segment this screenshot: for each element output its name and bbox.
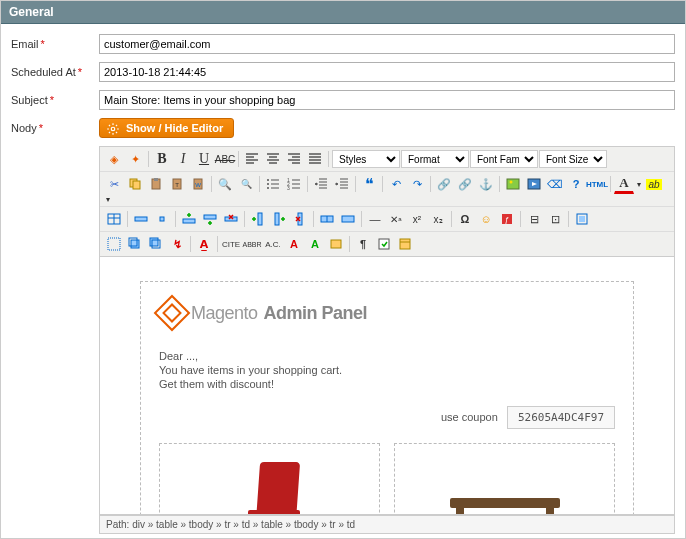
svg-rect-36 bbox=[150, 238, 158, 246]
row-scheduled: Scheduled At* bbox=[11, 62, 675, 82]
emoticon-button[interactable]: ☺ bbox=[476, 209, 496, 229]
cite-button[interactable]: CITE bbox=[221, 234, 241, 254]
align-center-button[interactable] bbox=[263, 149, 283, 169]
html-button[interactable]: HTML bbox=[587, 174, 607, 194]
outdent-button[interactable] bbox=[311, 174, 331, 194]
delete-row-button[interactable] bbox=[221, 209, 241, 229]
help-button[interactable]: ? bbox=[566, 174, 586, 194]
text-color-dropdown[interactable]: ▾ bbox=[635, 180, 643, 189]
abbr-button[interactable]: ABBR bbox=[242, 234, 262, 254]
superscript-button[interactable]: x² bbox=[407, 209, 427, 229]
products-row bbox=[159, 443, 615, 515]
layer-backward-button[interactable] bbox=[146, 234, 166, 254]
del-button[interactable]: A bbox=[284, 234, 304, 254]
paste-button[interactable] bbox=[146, 174, 166, 194]
link-button[interactable]: 🔗 bbox=[434, 174, 454, 194]
bg-color-button[interactable]: ab bbox=[644, 174, 664, 194]
cell-props-button[interactable] bbox=[152, 209, 172, 229]
path-text[interactable]: div » table » tbody » tr » td » table » … bbox=[132, 519, 355, 530]
form-area: Email* Scheduled At* Subject* Nody* Show… bbox=[1, 24, 685, 534]
fullscreen-button[interactable] bbox=[572, 209, 592, 229]
format-select[interactable]: Format bbox=[401, 150, 469, 168]
email-input[interactable] bbox=[99, 34, 675, 54]
svg-rect-21 bbox=[183, 219, 195, 223]
insert-row-before-button[interactable] bbox=[179, 209, 199, 229]
toolbar-row-1: ◈ ✦ B I U ABC Styles Form bbox=[100, 147, 674, 172]
svg-rect-33 bbox=[108, 238, 120, 250]
copy-button[interactable] bbox=[125, 174, 145, 194]
layer-forward-button[interactable] bbox=[125, 234, 145, 254]
bullet-list-button[interactable] bbox=[263, 174, 283, 194]
acronym-button[interactable]: A.C. bbox=[263, 234, 283, 254]
variable-icon[interactable]: ✦ bbox=[125, 149, 145, 169]
unlink-button[interactable]: 🔗 bbox=[455, 174, 475, 194]
split-cells-button[interactable] bbox=[317, 209, 337, 229]
number-list-button[interactable]: 123 bbox=[284, 174, 304, 194]
subject-input[interactable] bbox=[99, 90, 675, 110]
cleanup-button[interactable]: ⌫ bbox=[545, 174, 565, 194]
paste-text-button[interactable]: T bbox=[167, 174, 187, 194]
remove-format-button[interactable]: ✕a bbox=[386, 209, 406, 229]
hr-button[interactable]: — bbox=[365, 209, 385, 229]
editor-toolbar: ◈ ✦ B I U ABC Styles Form bbox=[99, 146, 675, 257]
label-subject: Subject* bbox=[11, 90, 99, 106]
pagebreak-button[interactable]: ⊟ bbox=[524, 209, 544, 229]
strikethrough-button[interactable]: ABC bbox=[215, 149, 235, 169]
italic-button[interactable]: I bbox=[173, 149, 193, 169]
image-button[interactable] bbox=[503, 174, 523, 194]
ins-button[interactable]: A bbox=[305, 234, 325, 254]
attribs-button[interactable] bbox=[326, 234, 346, 254]
svg-text:3: 3 bbox=[287, 185, 290, 191]
bg-color-dropdown[interactable]: ▾ bbox=[104, 195, 112, 204]
align-left-button[interactable] bbox=[242, 149, 262, 169]
table-button[interactable] bbox=[104, 209, 124, 229]
svg-rect-32 bbox=[579, 216, 585, 222]
redo-button[interactable]: ↷ bbox=[407, 174, 427, 194]
media-button[interactable] bbox=[524, 174, 544, 194]
insert-col-before-button[interactable] bbox=[248, 209, 268, 229]
find-button[interactable]: 🔍 bbox=[215, 174, 235, 194]
style-edit-button[interactable]: A̲ bbox=[194, 234, 214, 254]
toggle-editor-button[interactable]: Show / Hide Editor bbox=[99, 118, 234, 138]
fontfamily-select[interactable]: Font Family bbox=[470, 150, 538, 168]
flash-button[interactable]: ƒ bbox=[497, 209, 517, 229]
visualchars-button[interactable]: ¶ bbox=[353, 234, 373, 254]
blockquote-button[interactable]: ❝ bbox=[359, 174, 379, 194]
insert-col-after-button[interactable] bbox=[269, 209, 289, 229]
widget-icon[interactable]: ◈ bbox=[104, 149, 124, 169]
undo-button[interactable]: ↶ bbox=[386, 174, 406, 194]
printbreak-button[interactable]: ⊡ bbox=[545, 209, 565, 229]
text-color-button[interactable]: A bbox=[614, 174, 634, 194]
gear-icon bbox=[106, 122, 120, 136]
fontsize-select[interactable]: Font Size bbox=[539, 150, 607, 168]
template-button[interactable] bbox=[395, 234, 415, 254]
anchor-button[interactable]: ⚓ bbox=[476, 174, 496, 194]
cut-button[interactable]: ✂ bbox=[104, 174, 124, 194]
replace-button[interactable]: 🔍 bbox=[236, 174, 256, 194]
char-button[interactable]: Ω bbox=[455, 209, 475, 229]
delete-col-button[interactable] bbox=[290, 209, 310, 229]
styles-select[interactable]: Styles bbox=[332, 150, 400, 168]
magento-icon bbox=[154, 295, 191, 332]
align-justify-button[interactable] bbox=[305, 149, 325, 169]
product-image-table bbox=[450, 498, 560, 515]
svg-text:W: W bbox=[195, 182, 201, 188]
svg-rect-40 bbox=[400, 239, 410, 249]
subscript-button[interactable]: x₂ bbox=[428, 209, 448, 229]
merge-cells-button[interactable] bbox=[338, 209, 358, 229]
bold-button[interactable]: B bbox=[152, 149, 172, 169]
layer-button[interactable] bbox=[104, 234, 124, 254]
paste-word-button[interactable]: W bbox=[188, 174, 208, 194]
indent-button[interactable] bbox=[332, 174, 352, 194]
coupon-label: use coupon bbox=[441, 411, 498, 423]
editor-content[interactable]: Magento Admin Panel Dear ..., You have i… bbox=[99, 257, 675, 515]
scheduled-input[interactable] bbox=[99, 62, 675, 82]
align-right-button[interactable] bbox=[284, 149, 304, 169]
insert-row-after-button[interactable] bbox=[200, 209, 220, 229]
body-line-1: You have items in your shopping cart. bbox=[159, 364, 615, 376]
nonbreaking-button[interactable] bbox=[374, 234, 394, 254]
editor-path-bar: Path: div » table » tbody » tr » td » ta… bbox=[99, 515, 675, 534]
row-props-button[interactable] bbox=[131, 209, 151, 229]
underline-button[interactable]: U bbox=[194, 149, 214, 169]
layer-absolute-button[interactable]: ↯ bbox=[167, 234, 187, 254]
